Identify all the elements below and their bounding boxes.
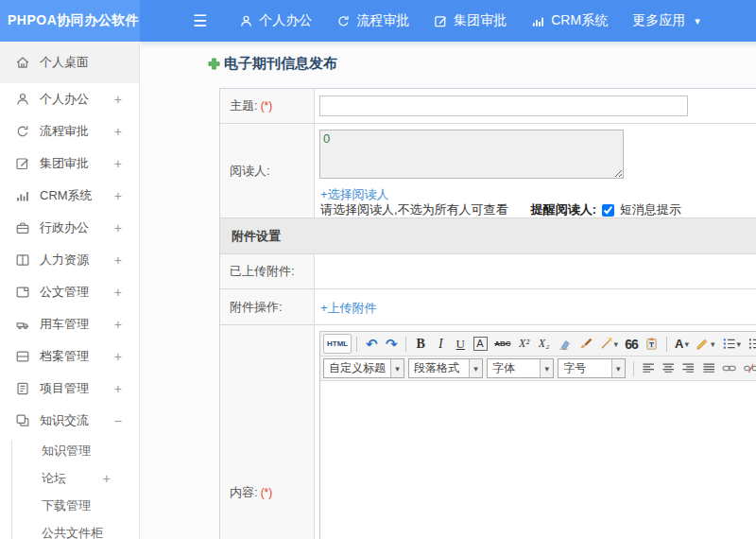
expand-icon[interactable]: + — [114, 156, 122, 171]
top-nav-more-apps[interactable]: 更多应用 — [632, 12, 685, 29]
align-left-icon[interactable] — [639, 358, 658, 378]
format-brush-icon[interactable] — [576, 334, 595, 354]
editor-content-area[interactable] — [320, 381, 756, 539]
approval-icon — [434, 14, 448, 28]
content-row: 内容: (*) HTML ↶ ↷ B I U A — [220, 325, 756, 539]
content-label: 内容: (*) — [220, 325, 315, 539]
expand-icon[interactable]: + — [114, 285, 122, 300]
ordered-list-icon[interactable]: ▾ — [719, 334, 745, 354]
strikethrough-button[interactable]: ABC — [491, 334, 513, 354]
chevron-down-icon: ▾ — [469, 359, 482, 377]
underline-button[interactable]: U — [451, 334, 470, 354]
paragraph-format-select[interactable]: 段落格式 ▾ — [408, 358, 483, 378]
top-bar: PHPOA协同办公软件 ☰ 个人办公 流程审批 集团审批 CRM系统 更多应用 … — [0, 0, 756, 42]
html-source-button[interactable]: HTML — [323, 334, 352, 354]
attachment-section-header: 附件设置 — [220, 218, 756, 254]
sidebar-item-vehicle[interactable]: 用车管理 + — [0, 308, 139, 340]
user-icon — [15, 92, 30, 107]
archive-icon — [15, 349, 30, 364]
sidebar-item-hr[interactable]: 人力资源 + — [0, 244, 139, 276]
collapse-icon[interactable]: − — [114, 413, 122, 428]
link-icon[interactable] — [719, 358, 739, 378]
heading-style-select[interactable]: 自定义标题 ▾ — [323, 358, 404, 378]
document-icon — [15, 285, 30, 300]
expand-icon[interactable]: + — [103, 471, 111, 486]
expand-icon[interactable]: + — [114, 381, 122, 396]
unordered-list-icon[interactable] — [745, 334, 756, 354]
uploaded-attachments-label: 已上传附件: — [220, 254, 315, 288]
align-right-icon[interactable] — [679, 358, 697, 378]
sidebar-item-knowledge[interactable]: 知识交流 − — [0, 405, 139, 437]
bar-chart-icon — [531, 14, 545, 28]
rich-text-editor: HTML ↶ ↷ B I U A ABC X² X₂ ▾ — [319, 331, 756, 539]
chevron-down-icon: ▾ — [611, 359, 625, 377]
sidebar-item-official-docs[interactable]: 公文管理 + — [0, 276, 139, 308]
eraser-icon[interactable] — [555, 334, 575, 354]
sidebar-item-archives[interactable]: 档案管理 + — [0, 340, 139, 373]
process-icon — [15, 124, 30, 139]
top-nav-group-approval[interactable]: 集团审批 — [434, 12, 507, 29]
caret-down-icon[interactable]: ▾ — [695, 15, 700, 27]
caret-down-icon: ▾ — [737, 339, 742, 349]
chevron-down-icon: ▾ — [540, 359, 553, 377]
readers-textarea[interactable]: 0 — [319, 130, 624, 179]
subscript-button[interactable]: X₂ — [535, 334, 554, 354]
subject-input[interactable] — [319, 96, 688, 116]
sidebar-subitem-public-cabinet[interactable]: 公共文件柜 — [0, 519, 139, 539]
font-color-button[interactable]: A▾ — [672, 334, 692, 354]
bold-button[interactable]: B — [411, 334, 430, 354]
app-logo: PHPOA协同办公软件 — [0, 0, 140, 42]
sidebar-item-process-approval[interactable]: 流程审批 + — [0, 115, 139, 148]
sidebar-subitem-downloads[interactable]: 下载管理 — [0, 492, 139, 519]
expand-icon[interactable]: + — [114, 349, 122, 364]
vehicle-icon — [15, 317, 30, 332]
blockquote-button[interactable]: 66 — [622, 334, 641, 354]
expand-icon[interactable]: + — [114, 252, 122, 268]
expand-icon[interactable]: + — [114, 188, 122, 203]
sidebar-item-personal-office[interactable]: 个人办公 + — [0, 83, 139, 115]
undo-icon[interactable]: ↶ — [362, 334, 381, 354]
subject-row: 主题: (*) — [220, 89, 756, 124]
approval-icon — [15, 156, 30, 171]
upload-attachment-link[interactable]: +上传附件 — [320, 300, 377, 317]
redo-icon[interactable]: ↷ — [382, 334, 401, 354]
project-icon — [15, 381, 30, 396]
align-justify-icon[interactable] — [699, 358, 718, 378]
top-nav-crm[interactable]: CRM系统 — [531, 12, 608, 29]
paste-template-icon[interactable] — [642, 334, 662, 354]
sidebar-submenu-knowledge: 知识管理 论坛 + 下载管理 公共文件柜 — [0, 437, 139, 539]
italic-button[interactable]: I — [431, 334, 450, 354]
sidebar-subitem-knowledge-mgmt[interactable]: 知识管理 — [0, 437, 139, 464]
caret-down-icon: ▾ — [711, 339, 715, 349]
sidebar-item-admin-office[interactable]: 行政办公 + — [0, 212, 139, 244]
expand-icon[interactable]: + — [114, 124, 122, 139]
sidebar: 个人桌面 个人办公 + 流程审批 + 集团审批 + CRM系统 + 行政办公 +… — [0, 42, 140, 539]
user-icon — [239, 14, 253, 28]
expand-icon[interactable]: + — [114, 220, 122, 235]
font-family-select[interactable]: 字体 ▾ — [487, 358, 554, 378]
sidebar-subitem-forum[interactable]: 论坛 + — [0, 464, 139, 492]
sidebar-item-group-approval[interactable]: 集团审批 + — [0, 148, 139, 180]
superscript-button[interactable]: X² — [515, 334, 534, 354]
briefcase-icon — [15, 220, 30, 235]
top-nav-process-approval[interactable]: 流程审批 — [336, 12, 409, 29]
align-center-icon[interactable] — [659, 358, 678, 378]
highlight-icon[interactable]: ▾ — [693, 334, 718, 354]
quick-format-icon[interactable]: ▾ — [596, 334, 622, 354]
menu-icon[interactable]: ☰ — [193, 11, 207, 31]
sidebar-item-personal-desktop[interactable]: 个人桌面 — [0, 42, 139, 83]
font-style-button[interactable]: A — [473, 337, 488, 351]
top-nav-personal-office[interactable]: 个人办公 — [239, 12, 312, 29]
sidebar-item-projects[interactable]: 项目管理 + — [0, 373, 139, 405]
top-nav: 个人办公 流程审批 集团审批 CRM系统 更多应用 ▾ — [239, 12, 699, 29]
subject-label: 主题: (*) — [220, 89, 315, 123]
expand-icon[interactable]: + — [114, 92, 122, 107]
sms-notify-checkbox[interactable] — [602, 204, 614, 217]
unlink-icon[interactable] — [741, 358, 756, 378]
knowledge-icon — [15, 413, 30, 428]
font-size-select[interactable]: 字号 ▾ — [558, 358, 625, 378]
sidebar-item-crm[interactable]: CRM系统 + — [0, 180, 139, 212]
attachment-action-row: 附件操作: +上传附件 — [220, 289, 756, 325]
readers-label: 阅读人: — [220, 124, 315, 217]
expand-icon[interactable]: + — [114, 317, 122, 332]
